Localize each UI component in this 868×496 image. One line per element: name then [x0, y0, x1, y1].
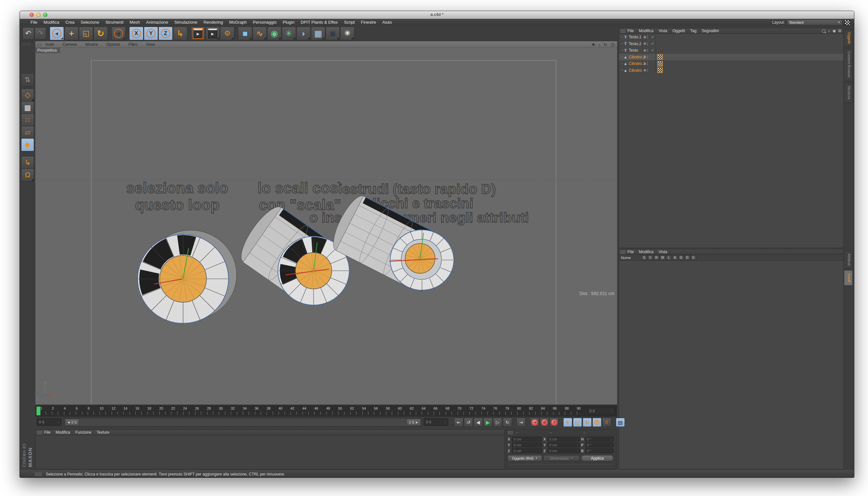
transport-button[interactable]: ⠿ — [602, 418, 611, 427]
polygon-selection-tag[interactable] — [657, 67, 663, 73]
object-name[interactable]: Cilindro — [629, 68, 642, 73]
object-name[interactable]: Testo — [629, 48, 638, 52]
layer-column-toggle[interactable]: L — [666, 255, 672, 260]
transport-button[interactable]: ▷ — [493, 418, 502, 427]
search-icon[interactable] — [822, 29, 825, 33]
object-name[interactable]: Cilindro.2 — [629, 55, 645, 59]
menu-item[interactable]: Simulazione — [174, 20, 197, 25]
object-row[interactable]: T ▲ Cilindro ✓ — [619, 67, 843, 74]
om-menu-item[interactable]: Oggetti — [672, 29, 685, 33]
mode-dropdown[interactable]: Oggetto (Rel) ▼ — [508, 455, 542, 461]
range-start-field[interactable]: 0 S↕ — [37, 418, 61, 426]
lm-menu-item[interactable]: Modifica — [639, 250, 653, 254]
toolbar-button[interactable]: ∿ — [252, 27, 267, 40]
enable-check-icon[interactable]: ✓ — [651, 42, 654, 46]
layer-column-toggle[interactable]: E — [691, 255, 696, 260]
layer-column-toggle[interactable]: V — [648, 255, 653, 260]
transport-button[interactable]: ↻ — [583, 418, 592, 427]
rotate-view-icon[interactable]: ↻ — [604, 42, 607, 47]
cylinder-object-1[interactable] — [138, 230, 237, 324]
transport-button[interactable]: ↻ — [503, 418, 512, 427]
lm-menu-item[interactable]: Vista — [658, 250, 667, 254]
transport-button[interactable]: Ⓟ — [592, 418, 602, 427]
transport-button[interactable]: ↺ — [540, 418, 549, 427]
zoom-view-icon[interactable]: ↕ — [598, 42, 601, 47]
toolbar-button[interactable]: ◗ — [296, 27, 311, 40]
grip-icon[interactable] — [22, 43, 31, 46]
camera-label[interactable]: Prospettiva — [35, 48, 60, 53]
viewport-menu-item[interactable]: Viste — [45, 42, 54, 47]
mode-button[interactable]: ↳ — [21, 156, 34, 169]
layer-column-toggle[interactable]: D — [685, 255, 690, 260]
mat-menu-item[interactable]: Funzione — [75, 430, 91, 435]
size-dropdown[interactable]: Dimensione ▼ — [543, 455, 580, 461]
viewport-menu-item[interactable]: Filtro — [128, 42, 138, 47]
coordinate-field[interactable]: 0 cm↕ — [512, 448, 542, 453]
coordinate-field[interactable]: 0 cm↕ — [548, 437, 580, 441]
coordinate-field[interactable]: 0 cm↕ — [548, 443, 580, 447]
viewport-canvas[interactable]: seleziona solo questo loop lo scali così… — [35, 48, 617, 404]
transport-button[interactable]: ⇥ — [516, 418, 526, 427]
toolbar-button[interactable]: Z — [158, 27, 173, 40]
toolbar-button[interactable]: ■ — [238, 27, 252, 40]
toolbar-button[interactable]: ◱ — [79, 27, 93, 40]
range-end-field[interactable]: 3 S↕ — [424, 418, 448, 426]
coordinate-field[interactable]: 0 cm↕ — [512, 443, 542, 447]
object-name[interactable]: Testo.1 — [629, 35, 641, 39]
om-menu-item[interactable]: File — [627, 29, 634, 33]
object-name[interactable]: Testo.2 — [629, 42, 641, 46]
menu-item[interactable]: Selezione — [81, 20, 99, 25]
om-menu-item[interactable]: Segnalibri — [702, 29, 719, 33]
toolbar-button[interactable]: ↷ — [34, 27, 46, 40]
toolbar-button[interactable]: ▶ — [205, 27, 220, 40]
enable-check-icon[interactable]: ✓ — [651, 35, 654, 39]
timeline-ruler[interactable]: 0246810121416182022242628303234363840424… — [35, 405, 617, 417]
visibility-dots[interactable] — [644, 56, 648, 59]
add-layer-icon[interactable]: ⊞ — [838, 29, 841, 33]
om-menu-item[interactable]: Tag — [690, 29, 696, 33]
coordinate-field[interactable]: 0 cm↕ — [512, 437, 542, 441]
menu-item[interactable]: Animazione — [146, 20, 168, 25]
visibility-dots[interactable] — [644, 49, 648, 52]
viewport-menu-item[interactable]: Vista — [146, 42, 155, 47]
apply-button[interactable]: Applica — [581, 455, 614, 461]
layer-column-toggle[interactable]: M — [660, 255, 665, 260]
title-bar[interactable]: a.c4d * — [20, 11, 854, 19]
transport-button[interactable]: ⇤ — [454, 418, 463, 427]
toolbar-button[interactable]: Y — [144, 27, 158, 40]
grip-icon[interactable] — [620, 250, 625, 254]
menu-item[interactable]: File — [31, 20, 37, 25]
tab-content-browser[interactable]: Content Browser — [844, 48, 853, 81]
polygon-selection-tag[interactable] — [657, 61, 663, 66]
range-slider-start-handle[interactable]: ◀ 0 S — [65, 419, 79, 426]
menu-item[interactable]: Strumenti — [106, 20, 124, 25]
menu-item[interactable]: MoGraph — [229, 20, 247, 25]
home-icon[interactable]: ⌂ — [828, 29, 830, 33]
coordinate-field[interactable]: 0 °↕ — [585, 448, 614, 453]
mode-button[interactable]: ◇ — [21, 89, 34, 102]
viewport-menu-item[interactable]: Camere — [63, 42, 77, 47]
transport-button[interactable]: ⊸ — [530, 418, 539, 427]
toolbar-button[interactable]: ▦ — [311, 27, 325, 40]
mode-button[interactable]: Ω — [21, 169, 34, 182]
visibility-dots[interactable] — [644, 36, 648, 38]
transport-button[interactable]: + — [563, 418, 572, 427]
object-name[interactable]: Cilindro.1 — [629, 61, 645, 66]
toolbar-button[interactable]: ✳ — [282, 27, 296, 40]
coordinate-field[interactable]: 0 °↕ — [585, 443, 614, 447]
menu-item[interactable]: DPIT Plants & Effex — [300, 20, 338, 25]
toolbar-button[interactable]: ↶ — [22, 27, 34, 40]
object-row[interactable]: T ▲ Testo.2 ✓ — [619, 41, 843, 47]
grip-icon[interactable] — [508, 431, 513, 434]
tab-struttura[interactable]: Struttura — [844, 82, 853, 103]
grip-icon[interactable] — [37, 43, 42, 46]
visibility-dots[interactable] — [644, 43, 648, 45]
toolbar-button[interactable]: ↻ — [93, 27, 108, 40]
toolbar-button[interactable]: + — [64, 27, 79, 40]
menu-item[interactable]: Rendering — [203, 20, 223, 25]
menu-item[interactable]: Crea — [65, 20, 74, 25]
viewport-menu-item[interactable]: Opzioni — [106, 42, 120, 47]
mode-button[interactable]: ⇅ — [21, 73, 34, 86]
layer-column-toggle[interactable]: A — [672, 255, 678, 260]
om-menu-item[interactable]: Modifica — [639, 29, 653, 33]
